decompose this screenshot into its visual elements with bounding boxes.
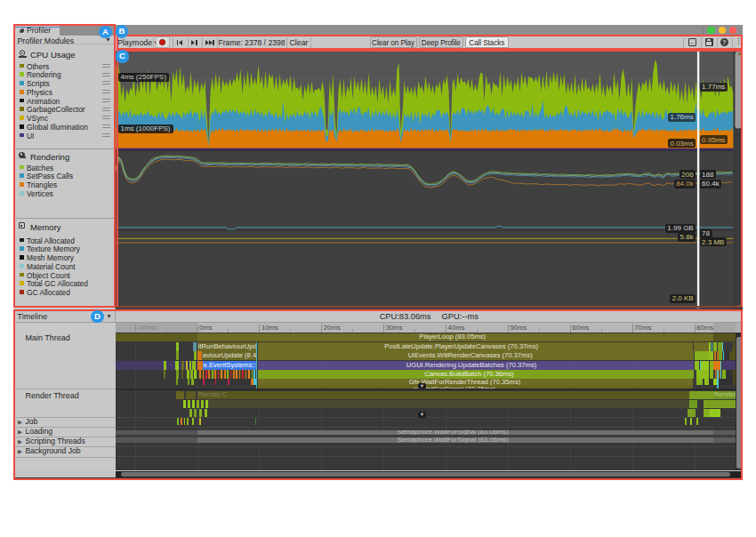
timeline-bar[interactable]	[116, 437, 197, 443]
legend-item[interactable]: Global Illumination	[14, 123, 115, 132]
legend-item[interactable]: Mesh Memory	[14, 253, 115, 262]
timeline-bar[interactable]: PostLateUpdate.PlayerUpdateCanvases (70.…	[258, 342, 694, 351]
record-button[interactable]	[156, 36, 171, 48]
timeline-bar[interactable]: Canvas.BuildBatch (70.36ms)	[258, 370, 694, 378]
timeline-bar[interactable]	[713, 430, 736, 435]
current-frame-button[interactable]	[204, 36, 217, 48]
legend-item[interactable]: Vertices	[14, 189, 115, 198]
legend-item[interactable]: Rendering	[14, 70, 115, 79]
timeline-bar[interactable]: Gfx.WaitForRenderThread (70.35ms)	[258, 379, 694, 384]
load-profile-button[interactable]: ←	[685, 36, 699, 48]
timeline-bar[interactable]	[704, 400, 736, 409]
timeline-bar[interactable]: aviourUpdate (8.44	[202, 351, 256, 360]
legend-item[interactable]: Triangles	[14, 180, 115, 189]
legend-item[interactable]: Batches	[14, 163, 115, 172]
timeline-bar[interactable]	[116, 430, 197, 435]
timeline-bar[interactable]: PlayerLoop (83.05ms)	[197, 333, 713, 341]
thread-group-label[interactable]: Loading	[26, 427, 53, 436]
legend-item[interactable]: Physics	[14, 88, 115, 97]
collapse-marker-icon[interactable]: ▼	[418, 383, 426, 389]
legend-item[interactable]: VSync	[14, 114, 115, 123]
foldout-arrow-icon[interactable]: ▶	[18, 419, 22, 426]
timeline-bar[interactable]: Render C	[197, 391, 690, 399]
drag-handle-icon[interactable]	[102, 108, 110, 111]
legend-item[interactable]: GC Allocated	[14, 288, 115, 297]
timeline-bar[interactable]: re.WaitForSignal (70.35ms)	[258, 385, 694, 389]
deep-profile-toggle[interactable]: Deep Profile	[419, 36, 463, 48]
charts-scrollbar-thumb[interactable]	[735, 52, 741, 129]
timeline-vertical-scrollbar-thumb[interactable]	[736, 337, 742, 469]
drag-handle-icon[interactable]	[102, 116, 110, 119]
legend-item[interactable]: Object Count	[14, 270, 115, 279]
window-green-light[interactable]	[707, 27, 714, 34]
thread-group-label[interactable]: Job	[26, 417, 38, 426]
drag-handle-icon[interactable]	[102, 81, 110, 84]
clear-on-play-toggle[interactable]: Clear on Play	[370, 36, 417, 48]
timeline-bar[interactable]: Semaphore.WaitForSignal (83.06ms)	[197, 437, 713, 443]
timeline-bar[interactable]	[116, 333, 197, 341]
timeline-ruler[interactable]: -10ms0ms10ms20ms30ms40ms50ms60ms70ms80ms	[116, 323, 744, 333]
timeline-bar[interactable]	[688, 409, 696, 417]
timeline-sample-strip	[713, 361, 720, 370]
timeline-bar[interactable]	[710, 409, 721, 417]
legend-item[interactable]: Others	[14, 61, 115, 70]
cpu-scale-label: 4ms (250FPS)	[118, 73, 170, 82]
thread-group-label[interactable]: Background Job	[26, 446, 81, 455]
help-button[interactable]: ?	[718, 36, 731, 48]
drag-handle-icon[interactable]	[102, 133, 110, 137]
timeline-track-area[interactable]: PlayerLoop (83.05ms)itRunBehaviourUpdPos…	[116, 333, 736, 470]
legend-item[interactable]: UI	[14, 131, 115, 140]
collapse-marker-icon[interactable]: ▼	[418, 412, 426, 418]
timeline-bar[interactable]	[208, 400, 689, 409]
timeline-bar[interactable]: Render (	[713, 391, 736, 399]
timeline-sample-strip	[190, 370, 193, 378]
thread-group-label[interactable]: Render Thread	[26, 391, 79, 400]
timeline-bar[interactable]	[713, 333, 736, 341]
foldout-arrow-icon[interactable]: ▶	[18, 429, 22, 436]
foldout-arrow-icon[interactable]: ▶	[18, 438, 22, 445]
next-frame-button[interactable]	[189, 36, 200, 48]
timeline-bar[interactable]: Semaphore.WaitForSignal (83.06ms)	[197, 430, 713, 435]
legend-item[interactable]: GarbageCollector	[14, 105, 115, 114]
timeline-bar[interactable]	[689, 391, 713, 399]
legend-item[interactable]: Material Count	[14, 262, 115, 271]
drag-handle-icon[interactable]	[102, 99, 110, 102]
timeline-bar[interactable]	[116, 361, 197, 370]
prev-frame-button[interactable]	[174, 36, 186, 48]
timeline-bar[interactable]: itRunBehaviourUpd	[197, 342, 256, 351]
timeline-bar[interactable]	[689, 400, 697, 409]
timeline-bar[interactable]	[197, 379, 256, 384]
legend-item[interactable]: Total Allocated	[14, 236, 115, 244]
timeline-bar[interactable]	[713, 437, 736, 443]
thread-group-label[interactable]: Scripting Threads	[26, 437, 85, 445]
timeline-bar[interactable]: e.EventSystems::Ev	[203, 361, 256, 370]
clear-button[interactable]: Clear	[290, 38, 309, 47]
drag-handle-icon[interactable]	[102, 90, 110, 93]
foldout-arrow-icon[interactable]: ▶	[18, 448, 22, 455]
call-stacks-dropdown[interactable]: Call Stacks	[465, 36, 509, 48]
playmode-dropdown[interactable]: Playmode ▾	[117, 38, 158, 47]
legend-color-swatch	[20, 64, 24, 68]
legend-item[interactable]: Scripts	[14, 79, 115, 88]
timeline-sample-strip	[177, 418, 179, 425]
timeline-horizontal-scrollbar-thumb[interactable]	[121, 472, 730, 477]
window-yellow-light[interactable]	[719, 27, 726, 34]
legend-item[interactable]: Animation	[14, 96, 115, 105]
drag-handle-icon[interactable]	[102, 73, 110, 76]
legend-item[interactable]: SetPass Calls	[14, 172, 115, 180]
legend-item[interactable]: Texture Memory	[14, 244, 115, 253]
drag-handle-icon[interactable]	[102, 64, 110, 68]
timeline-sample-strip	[205, 400, 208, 409]
toolbar-separator	[732, 37, 733, 49]
toolbar-menu-icon[interactable]: ⋮	[735, 36, 744, 48]
legend-item[interactable]: Total GC Allocated	[14, 279, 115, 288]
timeline-bar[interactable]: UIEvents.WillRenderCanvases (70.37ms)	[258, 351, 694, 360]
save-profile-button[interactable]	[702, 36, 716, 48]
timeline-bar[interactable]	[704, 409, 710, 417]
tabbar-menu-icon[interactable]: ⋮	[699, 26, 707, 35]
profiler-modules-dropdown[interactable]: Profiler Modules ▾	[14, 36, 116, 45]
timeline-bar[interactable]: UGUI.Rendering.UpdateBatches (70.37ms)	[258, 361, 695, 370]
timeline-bar[interactable]	[722, 361, 736, 370]
thread-group-label[interactable]: Main Thread	[26, 333, 70, 342]
drag-handle-icon[interactable]	[102, 124, 110, 128]
